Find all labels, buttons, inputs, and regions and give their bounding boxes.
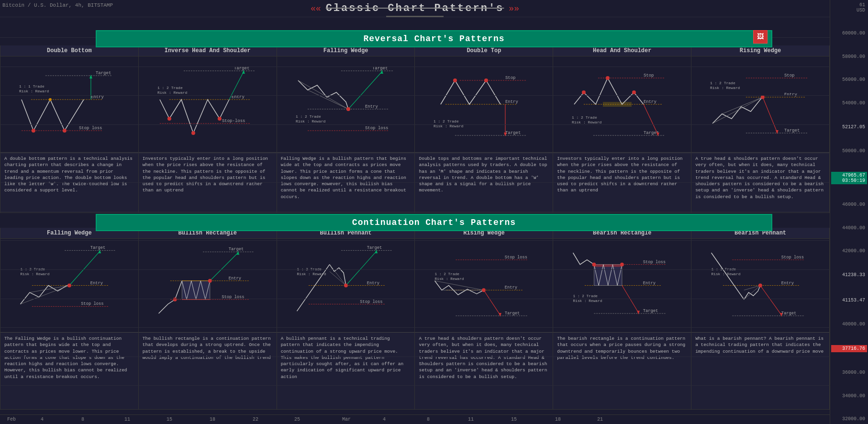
svg-text:Risk : Reward: Risk : Reward — [434, 124, 464, 128]
price-label-32000: 32000.00 — [831, 416, 867, 422]
time-label-feb: Feb — [7, 417, 16, 422]
svg-point-12 — [49, 98, 52, 101]
svg-point-11 — [63, 129, 67, 133]
chart-title-bar: «« Classic Chart Pattern's »» — [0, 2, 830, 17]
svg-point-63 — [606, 76, 610, 80]
pattern-desc-falling-wedge-reversal: Falling Wedge is a bullish pattern that … — [277, 152, 415, 212]
svg-text:Target: Target — [505, 311, 520, 316]
svg-line-139 — [622, 286, 638, 313]
svg-point-50 — [484, 78, 488, 82]
price-label-54000: 54000.00 — [831, 100, 867, 106]
pattern-diagram-head-shoulder: Stop Entry Target 1 : 2 Trade Risk : Rew… — [553, 56, 691, 152]
svg-text:1 : 2 Trade: 1 : 2 Trade — [297, 268, 322, 271]
pattern-desc-bearish-pennant: What is a bearish pennant? A bearish pen… — [691, 332, 829, 409]
time-label-15: 15 — [167, 417, 172, 422]
svg-point-143 — [592, 263, 596, 267]
price-label-44000: 44000.00 — [831, 225, 867, 231]
price-label-60000: 60000.00 — [831, 31, 867, 36]
svg-line-126 — [484, 290, 500, 315]
price-label-40000: 40000.00 — [831, 322, 867, 327]
price-label-41153: 41153.47 — [831, 297, 867, 304]
pattern-diagram-bearish-rectangle: Stop loss Entry Target 1 : — [553, 239, 691, 332]
pattern-diagram-double-bottom: Target Entry Stop loss 1 : 1 Trade Risk … — [0, 56, 138, 152]
pattern-rising-wedge-cont: Rising Wedge Stop loss Entry Target — [415, 228, 553, 410]
time-label-11: 11 — [124, 417, 130, 422]
time-label-21: 21 — [597, 417, 603, 422]
pattern-head-shoulder: Head And Shoulder Stop Entry Target 1 : … — [553, 45, 691, 213]
time-label-4b: 4 — [383, 417, 386, 422]
price-label-52127: 52127.05 — [831, 123, 867, 131]
price-label-41238: 41238.33 — [831, 271, 867, 279]
svg-point-102 — [173, 298, 177, 301]
svg-text:Entry: Entry — [365, 104, 378, 109]
svg-rect-138 — [594, 265, 623, 267]
pattern-desc-double-bottom: A double bottom pattern is a technical a… — [0, 152, 138, 212]
svg-line-153 — [744, 286, 760, 290]
svg-point-90 — [67, 284, 71, 288]
time-label-4: 4 — [41, 417, 44, 422]
svg-text:Target: Target — [367, 245, 382, 250]
svg-text:Target: Target — [96, 71, 111, 76]
time-label-22: 22 — [253, 417, 258, 422]
svg-text:Stop loss: Stop loss — [643, 260, 666, 265]
svg-text:Stop loss: Stop loss — [360, 300, 382, 304]
pattern-desc-bullish-pennant: A bullish pennant is a technical trading… — [277, 332, 415, 409]
pattern-diagram-bullish-pennant: Target Entry Stop loss 1 : 2 Trade Risk — [277, 239, 415, 332]
time-axis: Feb 4 8 11 15 18 22 25 Mar 4 8 11 15 18 … — [0, 414, 830, 424]
svg-text:Entry: Entry — [91, 95, 104, 100]
pattern-falling-wedge-cont: Falling Wedge Target Entry Stop loss 1 :… — [0, 228, 139, 410]
svg-text:1 : 2 Trade: 1 : 2 Trade — [296, 114, 321, 119]
pattern-desc-falling-wedge-cont: The Falling Wedge is a bullish continuat… — [0, 332, 138, 409]
svg-text:1 : 2 Trade: 1 : 2 Trade — [573, 294, 598, 298]
svg-point-117 — [344, 284, 348, 288]
svg-point-25 — [218, 117, 222, 121]
svg-line-32 — [298, 80, 348, 109]
chart-title: Classic Chart Pattern's — [326, 2, 504, 14]
pattern-falling-wedge-reversal: Falling Wedge Target Entry Stop loss — [277, 45, 415, 213]
svg-point-49 — [453, 78, 457, 82]
svg-line-34 — [348, 72, 382, 109]
svg-marker-140 — [637, 311, 640, 314]
pattern-desc-double-top: Double tops and bottoms are important te… — [415, 152, 553, 212]
pattern-bullish-pennant: Bullish Pennant Target Entry Stop loss — [277, 228, 415, 410]
svg-point-24 — [191, 131, 195, 135]
reversal-patterns-row: Double Bottom Target Entry Stop loss — [0, 45, 830, 213]
svg-text:Target: Target — [784, 128, 800, 133]
svg-text:Entry: Entry — [781, 281, 794, 286]
svg-text:1 : 1 Trade: 1 : 1 Trade — [19, 84, 45, 89]
time-label-15b: 15 — [511, 417, 517, 422]
svg-rect-55 — [603, 102, 632, 107]
svg-line-71 — [712, 97, 763, 123]
svg-text:Stop loss: Stop loss — [81, 301, 103, 306]
svg-text:Risk : Reward: Risk : Reward — [572, 120, 602, 124]
price-axis: 61USD 60000.00 58000.00 56000.00 54000.0… — [830, 0, 868, 424]
pattern-bullish-rectangle: Bullish Rectangle Target Entry Stop loss — [139, 228, 277, 410]
svg-text:Stop: Stop — [505, 76, 516, 80]
image-icon: 🖼 — [753, 30, 768, 44]
svg-text:Stop-loss: Stop-loss — [222, 119, 245, 123]
pattern-desc-bullish-rectangle: The bullish rectangle is a continuation … — [139, 332, 277, 409]
svg-text:1 : 2 Trade: 1 : 2 Trade — [434, 119, 459, 123]
price-label-47965: 47965.6703:50:19 — [831, 172, 867, 184]
svg-text:Stop loss: Stop loss — [505, 255, 527, 260]
svg-text:1 : 2 Trade: 1 : 2 Trade — [435, 272, 460, 276]
svg-text:Entry: Entry — [367, 281, 379, 286]
pattern-diagram-bullish-rectangle: Target Entry Stop loss — [139, 239, 277, 332]
time-label-8b: 8 — [427, 417, 430, 422]
svg-text:Target: Target — [372, 66, 388, 71]
svg-text:Target: Target — [234, 66, 249, 71]
svg-line-73 — [763, 97, 777, 132]
price-label-34000: 34000.00 — [831, 393, 867, 399]
left-arrows-icon: «« — [311, 4, 321, 13]
pattern-desc-inverse-head-shoulder: Investors typically enter into a long po… — [139, 152, 277, 212]
svg-text:Entry: Entry — [505, 100, 519, 104]
svg-point-38 — [346, 107, 350, 111]
svg-text:Entry: Entry — [90, 281, 103, 286]
pattern-inverse-head-shoulder: Inverse Head And Shoulder Target Entry S… — [139, 45, 277, 213]
svg-text:Stop loss: Stop loss — [222, 295, 244, 300]
svg-text:Target: Target — [90, 245, 106, 250]
time-label-18: 18 — [210, 417, 215, 422]
svg-point-144 — [620, 263, 624, 267]
svg-text:Entry: Entry — [505, 285, 517, 290]
time-label-8: 8 — [81, 417, 84, 422]
